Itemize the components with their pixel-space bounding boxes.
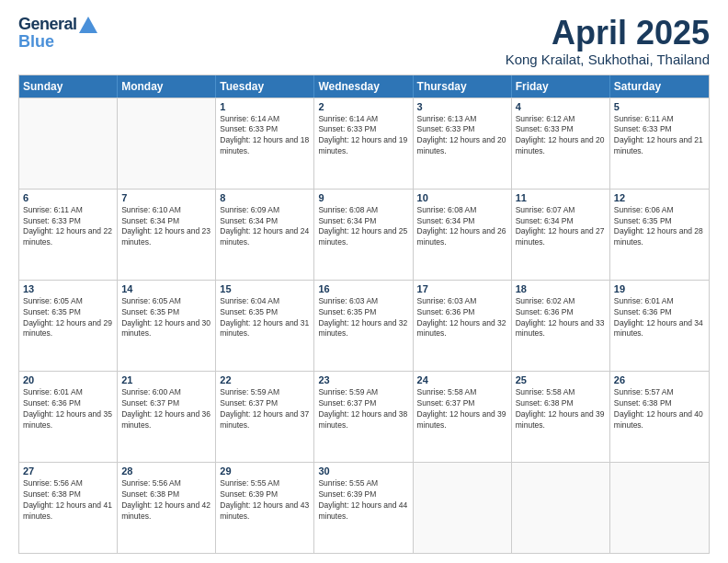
calendar-cell-2-7: 12Sunrise: 6:06 AMSunset: 6:35 PMDayligh… [610, 190, 709, 280]
calendar-cell-3-1: 13Sunrise: 6:05 AMSunset: 6:35 PMDayligh… [19, 281, 118, 371]
cell-info: Sunrise: 5:57 AMSunset: 6:38 PMDaylight:… [614, 387, 705, 431]
day-number: 22 [220, 374, 310, 385]
day-number: 21 [121, 374, 211, 385]
cell-info: Sunrise: 6:11 AMSunset: 6:33 PMDaylight:… [614, 114, 705, 158]
calendar-cell-5-1: 27Sunrise: 5:56 AMSunset: 6:38 PMDayligh… [19, 463, 118, 553]
calendar-cell-4-1: 20Sunrise: 6:01 AMSunset: 6:36 PMDayligh… [19, 372, 118, 462]
cell-info: Sunrise: 6:04 AMSunset: 6:35 PMDaylight:… [220, 296, 310, 340]
cell-info: Sunrise: 6:05 AMSunset: 6:35 PMDaylight:… [23, 296, 113, 340]
calendar-row-5: 27Sunrise: 5:56 AMSunset: 6:38 PMDayligh… [19, 462, 709, 553]
header: General Blue April 2025 Kong Krailat, Su… [18, 15, 710, 67]
day-number: 13 [23, 283, 113, 294]
day-number: 18 [516, 283, 606, 294]
day-number: 20 [23, 374, 113, 385]
cell-info: Sunrise: 6:06 AMSunset: 6:35 PMDaylight:… [614, 205, 705, 249]
calendar-cell-1-1 [19, 98, 118, 189]
cell-info: Sunrise: 6:00 AMSunset: 6:37 PMDaylight:… [121, 387, 211, 431]
header-monday: Monday [118, 75, 216, 98]
cell-info: Sunrise: 5:59 AMSunset: 6:37 PMDaylight:… [220, 387, 310, 431]
day-number: 25 [516, 374, 606, 385]
calendar-cell-4-5: 24Sunrise: 5:58 AMSunset: 6:37 PMDayligh… [414, 372, 512, 462]
cell-info: Sunrise: 6:07 AMSunset: 6:34 PMDaylight:… [516, 205, 606, 249]
calendar-cell-5-2: 28Sunrise: 5:56 AMSunset: 6:38 PMDayligh… [118, 463, 216, 553]
location-title: Kong Krailat, Sukhothai, Thailand [506, 52, 710, 67]
day-number: 3 [417, 101, 507, 112]
calendar-cell-2-6: 11Sunrise: 6:07 AMSunset: 6:34 PMDayligh… [512, 190, 610, 280]
header-wednesday: Wednesday [314, 75, 413, 98]
day-number: 23 [318, 374, 408, 385]
calendar-cell-5-7 [610, 463, 709, 553]
day-number: 8 [220, 192, 310, 203]
calendar-cell-1-3: 1Sunrise: 6:14 AMSunset: 6:33 PMDaylight… [216, 98, 314, 189]
calendar-cell-5-5 [414, 463, 512, 553]
logo-blue-text: Blue [18, 32, 54, 52]
day-number: 14 [121, 283, 211, 294]
calendar-header: Sunday Monday Tuesday Wednesday Thursday… [19, 75, 709, 98]
title-area: April 2025 Kong Krailat, Sukhothai, Thai… [506, 15, 710, 67]
header-saturday: Saturday [610, 75, 709, 98]
cell-info: Sunrise: 6:14 AMSunset: 6:33 PMDaylight:… [220, 114, 310, 158]
cell-info: Sunrise: 6:01 AMSunset: 6:36 PMDaylight:… [614, 296, 705, 340]
cell-info: Sunrise: 6:05 AMSunset: 6:35 PMDaylight:… [121, 296, 211, 340]
header-friday: Friday [512, 75, 610, 98]
calendar-row-1: 1Sunrise: 6:14 AMSunset: 6:33 PMDaylight… [19, 98, 709, 189]
calendar-cell-1-2 [118, 98, 216, 189]
cell-info: Sunrise: 6:03 AMSunset: 6:36 PMDaylight:… [417, 296, 507, 340]
calendar-cell-3-3: 15Sunrise: 6:04 AMSunset: 6:35 PMDayligh… [216, 281, 314, 371]
calendar-cell-4-7: 26Sunrise: 5:57 AMSunset: 6:38 PMDayligh… [610, 372, 709, 462]
cell-info: Sunrise: 6:09 AMSunset: 6:34 PMDaylight:… [220, 205, 310, 249]
day-number: 10 [417, 192, 507, 203]
calendar-cell-4-6: 25Sunrise: 5:58 AMSunset: 6:38 PMDayligh… [512, 372, 610, 462]
calendar-cell-3-7: 19Sunrise: 6:01 AMSunset: 6:36 PMDayligh… [610, 281, 709, 371]
calendar-cell-3-2: 14Sunrise: 6:05 AMSunset: 6:35 PMDayligh… [118, 281, 216, 371]
day-number: 11 [516, 192, 606, 203]
calendar-cell-1-7: 5Sunrise: 6:11 AMSunset: 6:33 PMDaylight… [610, 98, 709, 189]
cell-info: Sunrise: 6:01 AMSunset: 6:36 PMDaylight:… [23, 387, 113, 431]
header-sunday: Sunday [19, 75, 118, 98]
day-number: 12 [614, 192, 705, 203]
calendar-body: 1Sunrise: 6:14 AMSunset: 6:33 PMDaylight… [19, 98, 709, 553]
calendar-cell-5-6 [512, 463, 610, 553]
calendar-cell-4-4: 23Sunrise: 5:59 AMSunset: 6:37 PMDayligh… [314, 372, 413, 462]
cell-info: Sunrise: 6:10 AMSunset: 6:34 PMDaylight:… [121, 205, 211, 249]
cell-info: Sunrise: 6:08 AMSunset: 6:34 PMDaylight:… [318, 205, 408, 249]
calendar-row-4: 20Sunrise: 6:01 AMSunset: 6:36 PMDayligh… [19, 371, 709, 462]
calendar-cell-2-1: 6Sunrise: 6:11 AMSunset: 6:33 PMDaylight… [19, 190, 118, 280]
calendar: Sunday Monday Tuesday Wednesday Thursday… [18, 75, 710, 554]
day-number: 1 [220, 101, 310, 112]
calendar-cell-3-5: 17Sunrise: 6:03 AMSunset: 6:36 PMDayligh… [414, 281, 512, 371]
header-tuesday: Tuesday [216, 75, 314, 98]
day-number: 17 [417, 283, 507, 294]
calendar-cell-3-6: 18Sunrise: 6:02 AMSunset: 6:36 PMDayligh… [512, 281, 610, 371]
day-number: 30 [318, 465, 408, 477]
cell-info: Sunrise: 5:56 AMSunset: 6:38 PMDaylight:… [121, 478, 211, 523]
cell-info: Sunrise: 5:55 AMSunset: 6:39 PMDaylight:… [220, 478, 310, 523]
cell-info: Sunrise: 6:11 AMSunset: 6:33 PMDaylight:… [23, 205, 113, 249]
day-number: 5 [614, 101, 705, 112]
calendar-cell-2-3: 8Sunrise: 6:09 AMSunset: 6:34 PMDaylight… [216, 190, 314, 280]
calendar-cell-3-4: 16Sunrise: 6:03 AMSunset: 6:35 PMDayligh… [314, 281, 413, 371]
day-number: 27 [23, 465, 113, 477]
calendar-row-2: 6Sunrise: 6:11 AMSunset: 6:33 PMDaylight… [19, 189, 709, 280]
cell-info: Sunrise: 6:03 AMSunset: 6:35 PMDaylight:… [318, 296, 408, 340]
calendar-cell-1-4: 2Sunrise: 6:14 AMSunset: 6:33 PMDaylight… [314, 98, 413, 189]
logo-triangle-icon [79, 17, 97, 33]
day-number: 19 [614, 283, 705, 294]
page: General Blue April 2025 Kong Krailat, Su… [0, 0, 728, 563]
day-number: 16 [318, 283, 408, 294]
calendar-cell-2-4: 9Sunrise: 6:08 AMSunset: 6:34 PMDaylight… [314, 190, 413, 280]
day-number: 29 [220, 465, 310, 477]
cell-info: Sunrise: 6:02 AMSunset: 6:36 PMDaylight:… [516, 296, 606, 340]
day-number: 9 [318, 192, 408, 203]
day-number: 26 [614, 374, 705, 385]
calendar-row-3: 13Sunrise: 6:05 AMSunset: 6:35 PMDayligh… [19, 280, 709, 371]
cell-info: Sunrise: 6:12 AMSunset: 6:33 PMDaylight:… [516, 114, 606, 158]
cell-info: Sunrise: 6:13 AMSunset: 6:33 PMDaylight:… [417, 114, 507, 158]
cell-info: Sunrise: 6:08 AMSunset: 6:34 PMDaylight:… [417, 205, 507, 249]
calendar-cell-2-2: 7Sunrise: 6:10 AMSunset: 6:34 PMDaylight… [118, 190, 216, 280]
cell-info: Sunrise: 5:58 AMSunset: 6:37 PMDaylight:… [417, 387, 507, 431]
day-number: 28 [121, 465, 211, 477]
calendar-cell-5-4: 30Sunrise: 5:55 AMSunset: 6:39 PMDayligh… [314, 463, 413, 553]
day-number: 2 [318, 101, 408, 112]
day-number: 7 [121, 192, 211, 203]
